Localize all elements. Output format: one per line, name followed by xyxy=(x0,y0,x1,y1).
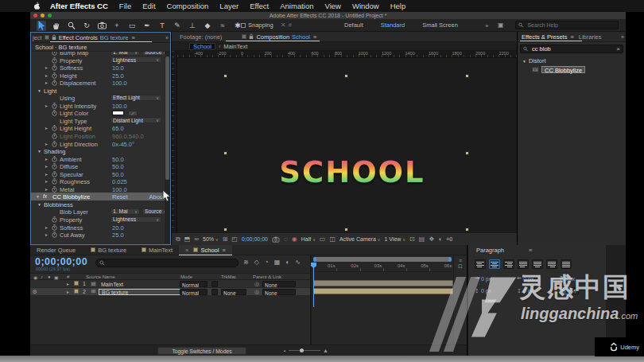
view-select[interactable]: Active Camera ∨ xyxy=(339,236,381,242)
motion-blur-icon[interactable]: ◐ xyxy=(285,259,289,266)
menu-animation[interactable]: Animation xyxy=(280,2,313,10)
exposure-value[interactable]: +0 xyxy=(446,236,452,242)
lock-views-icon[interactable]: ▤ xyxy=(419,235,425,243)
show-snapshot-icon[interactable]: ◌ xyxy=(284,235,288,243)
value-select[interactable]: Distant Light∨ xyxy=(111,117,161,123)
layer-handle[interactable] xyxy=(344,74,348,78)
navigator-start-handle[interactable] xyxy=(313,257,316,262)
menu-edit[interactable]: Edit xyxy=(142,2,155,10)
expand-arrow-icon[interactable]: ► xyxy=(45,157,48,162)
expand-arrow-icon[interactable]: ► xyxy=(45,142,48,146)
rotation-tool[interactable]: ↻ xyxy=(82,21,91,31)
snapping-checkbox[interactable] xyxy=(241,23,246,28)
layer-name[interactable]: MainText xyxy=(99,281,181,288)
menu-after-effects-cc[interactable]: After Effects CC xyxy=(50,2,108,10)
category-distort[interactable]: ▼Distort xyxy=(522,57,546,64)
justify-last-center-button[interactable] xyxy=(532,259,543,269)
channels-icon[interactable]: ◉ xyxy=(292,235,297,243)
align-center-button[interactable] xyxy=(489,259,500,269)
graph-editor-icon[interactable]: ∿ xyxy=(295,259,301,266)
mask-visibility-icon[interactable]: ◰ xyxy=(231,235,238,243)
justify-last-right-button[interactable] xyxy=(546,259,557,269)
toggle-switches-modes-button[interactable]: Toggle Switches / Modes xyxy=(157,347,246,355)
property-row-property[interactable]: PropertyLightness∨ xyxy=(31,216,165,224)
hand-tool[interactable] xyxy=(52,21,61,31)
composition-tab[interactable]: Composition School ≡ xyxy=(239,33,316,41)
layer-handle[interactable] xyxy=(465,74,469,78)
crumb-maintext[interactable]: MainText xyxy=(223,43,247,50)
collapse-triangle-icon[interactable]: ▼ xyxy=(37,202,41,207)
time-ruler[interactable]: 01s02s03s04s05s06s xyxy=(313,263,452,272)
draft-3d-icon[interactable]: ◇ xyxy=(254,259,259,266)
space-after-field[interactable]: ↧0 px xyxy=(517,287,559,294)
property-row-light-position[interactable]: Light Position960.0,540.0 xyxy=(31,132,165,140)
property-row-specular[interactable]: ►Specular50.0 xyxy=(31,170,165,178)
effect-controls-tab-target[interactable]: BG texture xyxy=(100,34,129,41)
layer-handle[interactable] xyxy=(223,228,227,232)
libraries-tab[interactable]: Libraries xyxy=(579,33,602,41)
zoom-tool[interactable] xyxy=(67,21,76,31)
blend-mode-select[interactable]: Normal∨ xyxy=(180,289,208,295)
timeline-tab-bg-texture[interactable]: BG texture xyxy=(82,245,133,255)
pan-behind-tool[interactable]: + xyxy=(112,21,122,31)
always-preview-icon[interactable]: ⧉ xyxy=(176,235,180,243)
clear-search-icon[interactable]: × xyxy=(616,45,620,53)
eraser-tool[interactable]: ◆ xyxy=(203,21,212,31)
layer-row-maintext[interactable]: ►1MainTextNormal∨◎None∨ xyxy=(30,280,310,287)
property-row-property[interactable]: PropertyLightness∨ xyxy=(31,56,165,64)
comp-marker-bin-icon[interactable]: ≡ xyxy=(454,258,467,263)
effects-search-input[interactable] xyxy=(530,45,614,53)
eye-icon[interactable]: ⊙ xyxy=(33,289,37,295)
col-mode[interactable]: Mode xyxy=(180,274,192,279)
share-view-icon[interactable]: ⊡ xyxy=(409,235,415,243)
workspace-default[interactable]: Default xyxy=(344,21,363,29)
scrollbar-thumb[interactable] xyxy=(165,56,169,180)
col-parent-link[interactable]: Parent & Link xyxy=(253,274,281,279)
snap-option-2-icon[interactable]: # xyxy=(288,21,291,29)
timeline-search-input[interactable] xyxy=(107,259,235,267)
panel-menu-icon[interactable]: ≡ xyxy=(313,33,316,41)
property-row-light-height[interactable]: ►Light Height65.0 xyxy=(31,124,165,132)
panel-overflow-chevron[interactable]: » xyxy=(621,34,624,40)
roi-icon[interactable]: ▭ xyxy=(320,235,326,243)
view-layout-select[interactable]: 1 View ∨ xyxy=(384,236,405,242)
property-row-diffuse[interactable]: ►Diffuse50.0 xyxy=(31,162,165,170)
panel-overflow-chevron[interactable]: » xyxy=(165,35,169,41)
property-row-blob-layer[interactable]: Blob Layer1. Mai∨Source∨ xyxy=(31,208,165,216)
close-tab-icon[interactable]: × xyxy=(185,247,188,254)
property-row-softness[interactable]: ►Softness20.0 xyxy=(31,224,165,232)
layer-name[interactable]: BG texture xyxy=(99,289,181,296)
effects-presets-tab[interactable]: Effects & Presets xyxy=(522,33,567,41)
vr-goggles-icon[interactable]: ∞ xyxy=(194,235,199,243)
timeline-tab-school[interactable]: ×School≡ xyxy=(179,245,232,255)
snapping-toggle[interactable]: Snapping ✕ # xyxy=(241,21,292,29)
resolution-select[interactable]: Half ∨ xyxy=(301,236,316,242)
workspace-small-screen[interactable]: Small Screen xyxy=(422,21,458,29)
shy-layers-icon[interactable]: ◔ xyxy=(265,259,269,266)
indent-left-field[interactable]: ⇥0 px xyxy=(475,275,517,282)
help-search-input[interactable] xyxy=(526,21,615,29)
expand-arrow-icon[interactable]: ► xyxy=(45,187,48,192)
timeline-tab-render-queue[interactable]: Render Queue xyxy=(30,245,82,255)
project-tab-partial[interactable]: ject xyxy=(33,34,42,41)
expand-arrow-icon[interactable]: ► xyxy=(45,80,48,85)
menu-help[interactable]: Help xyxy=(390,2,406,10)
effect-controls-tab[interactable]: Effect Controls xyxy=(59,34,98,41)
property-row-light-type[interactable]: Light TypeDistant Light∨ xyxy=(31,117,165,125)
color-swatch[interactable] xyxy=(112,111,124,115)
property-group-blobbiness[interactable]: ▼Blobbiness xyxy=(31,200,165,208)
space-after-value[interactable]: 0 px xyxy=(523,288,533,294)
layer-select[interactable]: 1. Mai∨ xyxy=(111,52,140,56)
snap-option-1-icon[interactable]: ✕ xyxy=(281,21,286,29)
effect-item-cc-blobbylize[interactable]: CC Blobbylize xyxy=(532,66,585,73)
property-row-softness[interactable]: ►Softness10.0 xyxy=(31,64,165,72)
layer-handle[interactable] xyxy=(344,228,348,232)
label-color-chip[interactable] xyxy=(74,281,79,286)
trkmat-select[interactable]: None∨ xyxy=(221,289,246,295)
brush-tool[interactable]: ✎ xyxy=(173,21,182,31)
space-before-field[interactable]: ↥0 px xyxy=(475,287,517,294)
expand-arrow-icon[interactable]: ► xyxy=(66,282,70,286)
property-row-displacement[interactable]: ►Displacement100.0 xyxy=(31,79,165,87)
menu-effect[interactable]: Effect xyxy=(250,2,269,10)
zoom-in-mountain-icon[interactable]: ▲ xyxy=(323,348,328,353)
